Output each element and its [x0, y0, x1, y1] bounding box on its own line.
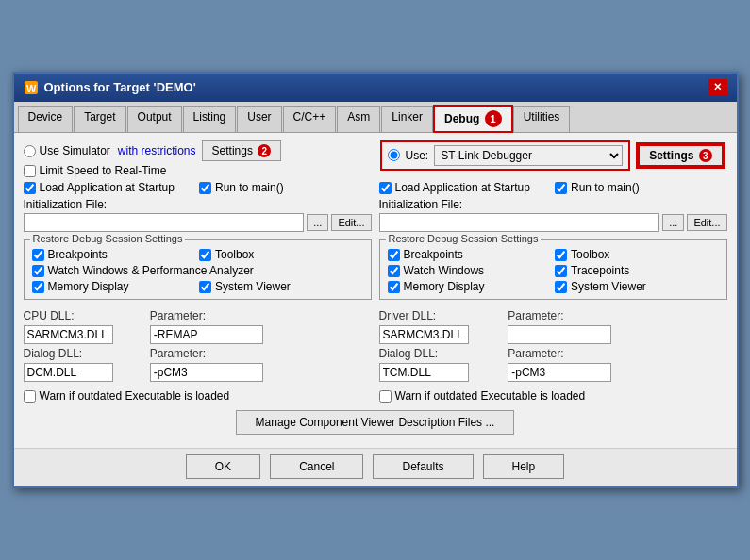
- tab-output[interactable]: Output: [127, 106, 182, 132]
- left-init-file-label: Initialization File:: [24, 198, 372, 211]
- manage-btn-row: Manage Component Viewer Description File…: [24, 410, 727, 435]
- right-toolbox-checkbox[interactable]: [555, 249, 567, 261]
- left-cpu-dll-input[interactable]: [24, 325, 113, 344]
- tab-utilities[interactable]: Utilities: [513, 106, 571, 132]
- manage-component-btn[interactable]: Manage Component Viewer Description File…: [236, 410, 515, 435]
- badge-1: 1: [485, 110, 502, 127]
- title-bar: W Options for Target 'DEMO' ✕: [14, 74, 737, 102]
- debugger-select[interactable]: ST-Link Debugger: [434, 145, 623, 166]
- right-column: Load Application at Startup Run to main(…: [379, 181, 727, 403]
- title-bar-left: W Options for Target 'DEMO': [24, 80, 196, 95]
- ok-button[interactable]: OK: [186, 454, 260, 479]
- left-toolbox-label: Toolbox: [215, 248, 254, 261]
- tab-cxx[interactable]: C/C++: [283, 106, 337, 132]
- left-breakpoints-checkbox[interactable]: [32, 249, 44, 261]
- left-cpu-param-input[interactable]: [150, 325, 263, 344]
- left-breakpoints-row: Breakpoints: [32, 248, 196, 261]
- left-memory-checkbox[interactable]: [32, 281, 44, 293]
- limit-speed-label: Limit Speed to Real-Time: [40, 164, 167, 177]
- right-driver-dll-input[interactable]: [379, 325, 469, 344]
- left-column: Load Application at Startup Run to main(…: [24, 181, 372, 403]
- left-run-main-checkbox[interactable]: [199, 182, 211, 194]
- tab-asm[interactable]: Asm: [337, 106, 380, 132]
- left-watch-row: Watch Windows & Performance Analyzer: [32, 264, 363, 277]
- right-run-main-checkbox[interactable]: [555, 182, 567, 194]
- svg-text:W: W: [26, 83, 37, 94]
- tab-listing[interactable]: Listing: [183, 106, 237, 132]
- tab-target[interactable]: Target: [74, 106, 125, 132]
- right-memory-checkbox[interactable]: [388, 281, 400, 293]
- tab-user[interactable]: User: [237, 106, 281, 132]
- right-warn-checkbox[interactable]: [379, 390, 392, 403]
- close-button[interactable]: ✕: [708, 79, 727, 96]
- right-top: Use: ST-Link Debugger Settings 3: [380, 140, 727, 178]
- right-tracepoints-label: Tracepoints: [571, 264, 629, 277]
- left-init-file-section: Initialization File: ... Edit...: [24, 198, 372, 232]
- main-content: Use Simulator with restrictions Settings…: [14, 133, 737, 449]
- left-load-app-label: Load Application at Startup: [40, 181, 175, 194]
- left-cpu-dll-label: CPU DLL:: [24, 309, 147, 322]
- right-sysviewer-checkbox[interactable]: [555, 281, 567, 293]
- right-init-file-input[interactable]: [379, 213, 660, 232]
- right-load-app-label: Load Application at Startup: [395, 181, 530, 194]
- tab-device[interactable]: Device: [18, 106, 74, 132]
- left-dialog-dll-input[interactable]: [24, 363, 113, 382]
- right-edit-btn[interactable]: Edit...: [687, 214, 726, 231]
- help-button[interactable]: Help: [483, 454, 565, 479]
- bottom-buttons: OK Cancel Defaults Help: [14, 448, 737, 486]
- use-simulator-radio-row: Use Simulator with restrictions: [24, 144, 196, 157]
- right-run-main-row: Run to main(): [555, 181, 727, 194]
- left-init-file-input[interactable]: [24, 213, 305, 232]
- left-edit-btn[interactable]: Edit...: [331, 214, 371, 231]
- use-hardware-radio[interactable]: [388, 149, 400, 161]
- right-restore-group-label: Restore Debug Session Settings: [386, 233, 542, 244]
- left-settings-button[interactable]: Settings 2: [202, 140, 282, 162]
- right-watch-row: Watch Windows: [388, 264, 552, 277]
- right-warn-row: Warn if outdated Executable is loaded: [379, 389, 727, 403]
- limit-speed-checkbox[interactable]: [24, 165, 36, 177]
- right-watch-checkbox[interactable]: [388, 265, 400, 277]
- left-toolbox-checkbox[interactable]: [199, 249, 211, 261]
- left-breakpoints-label: Breakpoints: [48, 248, 108, 261]
- left-run-main-row: Run to main(): [199, 181, 372, 194]
- left-sysviewer-row: System Viewer: [199, 280, 363, 293]
- tab-linker[interactable]: Linker: [381, 106, 433, 132]
- left-warn-checkbox[interactable]: [24, 390, 36, 403]
- limit-speed-row: Limit Speed to Real-Time: [24, 164, 371, 177]
- right-init-file-label: Initialization File:: [379, 198, 727, 211]
- right-dialog-param-input[interactable]: [508, 363, 611, 382]
- use-simulator-radio[interactable]: [24, 145, 36, 157]
- app-icon: W: [24, 80, 39, 95]
- cancel-button[interactable]: Cancel: [270, 454, 363, 479]
- right-breakpoints-label: Breakpoints: [404, 248, 463, 261]
- left-browse-btn[interactable]: ...: [307, 214, 328, 231]
- left-sysviewer-checkbox[interactable]: [199, 281, 211, 293]
- left-run-main-label: Run to main(): [215, 181, 284, 194]
- right-load-app-checkbox[interactable]: [379, 182, 392, 194]
- right-driver-dll-label: Driver DLL:: [379, 309, 506, 322]
- left-load-app-checkbox[interactable]: [24, 182, 36, 194]
- with-restrictions-link[interactable]: with restrictions: [118, 144, 196, 157]
- right-driver-param-input[interactable]: [508, 325, 611, 344]
- right-dialog-param-label: Parameter:: [508, 347, 648, 360]
- debugger-selection-box: Use: ST-Link Debugger: [380, 140, 631, 171]
- right-breakpoints-checkbox[interactable]: [388, 249, 400, 261]
- left-dialog-param-input[interactable]: [150, 363, 263, 382]
- defaults-button[interactable]: Defaults: [373, 454, 473, 479]
- right-dll-section: Driver DLL: Parameter: Dialog DLL: Param…: [379, 309, 727, 382]
- right-load-app-row: Load Application at Startup: [379, 181, 552, 194]
- right-settings-button[interactable]: Settings 3: [638, 144, 724, 168]
- tab-bar: Device Target Output Listing User C/C++ …: [14, 102, 737, 133]
- left-top: Use Simulator with restrictions Settings…: [24, 140, 371, 178]
- right-toolbox-label: Toolbox: [571, 248, 609, 261]
- right-tracepoints-checkbox[interactable]: [555, 265, 567, 277]
- left-dialog-dll-label: Dialog DLL:: [24, 347, 147, 360]
- use-simulator-label: Use Simulator: [40, 144, 110, 157]
- right-browse-btn[interactable]: ...: [662, 214, 684, 231]
- left-watch-checkbox[interactable]: [32, 265, 44, 277]
- right-run-main-label: Run to main(): [571, 181, 640, 194]
- right-dialog-dll-input[interactable]: [379, 363, 469, 382]
- right-toolbox-row: Toolbox: [555, 248, 719, 261]
- settings-btn-wrapper: Settings 3: [636, 142, 725, 170]
- tab-debug[interactable]: Debug 1: [434, 106, 512, 132]
